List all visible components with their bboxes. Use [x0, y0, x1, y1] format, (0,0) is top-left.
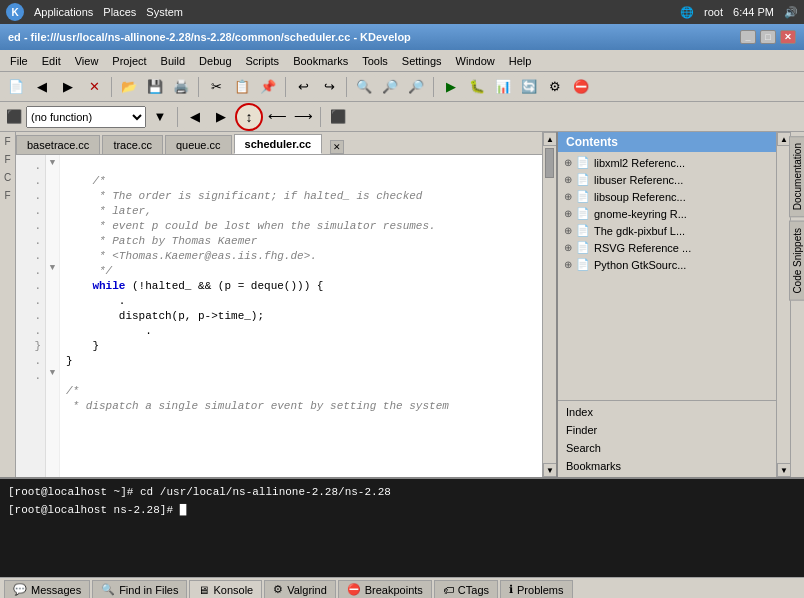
tab-scheduler[interactable]: scheduler.cc: [234, 134, 323, 154]
toolbar2-prev-func-btn[interactable]: ◀: [183, 105, 207, 129]
toolbar2-sync-btn[interactable]: ↕: [235, 103, 263, 131]
toolbar-main: 📄 ◀ ▶ ✕ 📂 💾 🖨️ ✂ 📋 📌 ↩ ↪ 🔍 🔎 🔎 ▶ 🐛 📊 🔄 ⚙…: [0, 72, 804, 102]
menu-scripts[interactable]: Scripts: [240, 53, 286, 69]
menu-file[interactable]: File: [4, 53, 34, 69]
menu-view[interactable]: View: [69, 53, 105, 69]
menu-build[interactable]: Build: [155, 53, 191, 69]
toolbar-zoom-in-btn[interactable]: 🔎: [378, 75, 402, 99]
bottom-tab-ctags[interactable]: 🏷 CTags: [434, 580, 498, 599]
folder-icon-4: 📄: [576, 224, 590, 237]
contents-item-6[interactable]: ⊕ 📄 Python GtkSourc...: [558, 256, 776, 273]
system-bar-right: 🌐 root 6:44 PM 🔊: [680, 6, 798, 19]
applications-menu[interactable]: Applications: [34, 6, 93, 18]
scroll-track[interactable]: [543, 146, 556, 463]
left-gutter: F F C F: [0, 132, 16, 477]
toolbar-copy-btn[interactable]: 📋: [230, 75, 254, 99]
toolbar2-goto-next-btn[interactable]: ⟶: [291, 105, 315, 129]
menu-debug[interactable]: Debug: [193, 53, 237, 69]
menu-help[interactable]: Help: [503, 53, 538, 69]
scroll-thumb[interactable]: [545, 148, 554, 178]
function-selector[interactable]: (no function): [26, 106, 146, 128]
right-panel-nav: Index Finder Search Bookmarks: [558, 400, 776, 477]
tab-close-btn[interactable]: ✕: [330, 140, 344, 154]
folder-icon-1: 📄: [576, 173, 590, 186]
system-bar: K Applications Places System 🌐 root 6:44…: [0, 0, 804, 24]
toolbar-debug-btn[interactable]: 🐛: [465, 75, 489, 99]
bottom-tab-konsole[interactable]: 🖥 Konsole: [189, 580, 262, 599]
scroll-up-btn[interactable]: ▲: [543, 132, 557, 146]
menu-settings[interactable]: Settings: [396, 53, 448, 69]
contents-item-4[interactable]: ⊕ 📄 The gdk-pixbuf L...: [558, 222, 776, 239]
contents-item-2[interactable]: ⊕ 📄 libsoup Referenc...: [558, 188, 776, 205]
bottom-tab-messages[interactable]: 💬 Messages: [4, 580, 90, 599]
contents-list: ⊕ 📄 libxml2 Referenc... ⊕ 📄 libuser Refe…: [558, 152, 776, 400]
contents-label-2: libsoup Referenc...: [594, 191, 686, 203]
menu-bookmarks[interactable]: Bookmarks: [287, 53, 354, 69]
places-menu[interactable]: Places: [103, 6, 136, 18]
nav-search[interactable]: Search: [558, 439, 776, 457]
contents-item-0[interactable]: ⊕ 📄 libxml2 Referenc...: [558, 154, 776, 171]
bottom-tab-valgrind[interactable]: ⚙ Valgrind: [264, 580, 336, 599]
nav-index[interactable]: Index: [558, 403, 776, 421]
toolbar-settings-btn[interactable]: ⚙: [543, 75, 567, 99]
toolbar-profile-btn[interactable]: 📊: [491, 75, 515, 99]
side-tab-documentation[interactable]: Documentation: [789, 136, 804, 217]
bottom-tab-breakpoints[interactable]: ⛔ Breakpoints: [338, 580, 432, 599]
side-tab-snippets[interactable]: Code Snippets: [789, 221, 804, 301]
close-button[interactable]: ✕: [780, 30, 796, 44]
toolbar-run-btn[interactable]: ▶: [439, 75, 463, 99]
nav-finder[interactable]: Finder: [558, 421, 776, 439]
toolbar2-sep2: [320, 107, 321, 127]
contents-label-5: RSVG Reference ...: [594, 242, 691, 254]
system-menu[interactable]: System: [146, 6, 183, 18]
right-panel-scroll: ⊕ 📄 libxml2 Referenc... ⊕ 📄 libuser Refe…: [558, 152, 776, 477]
contents-label-6: Python GtkSourc...: [594, 259, 686, 271]
toolbar-search-btn[interactable]: 🔍: [352, 75, 376, 99]
toolbar2-extra-btn[interactable]: ⬛: [326, 105, 350, 129]
editor-wrapper: basetrace.cc trace.cc queue.cc scheduler…: [16, 132, 542, 477]
menu-tools[interactable]: Tools: [356, 53, 394, 69]
code-editor[interactable]: . . . . . . . . . . . . } . . ▼: [16, 155, 542, 477]
gutter-icon-3: C: [1, 170, 15, 184]
problems-label: Problems: [517, 584, 563, 596]
toolbar-undo-btn[interactable]: ↩: [291, 75, 315, 99]
contents-item-1[interactable]: ⊕ 📄 libuser Referenc...: [558, 171, 776, 188]
toolbar2-next-func-btn[interactable]: ▶: [209, 105, 233, 129]
toolbar-new-btn[interactable]: 📄: [4, 75, 28, 99]
menu-project[interactable]: Project: [106, 53, 152, 69]
toolbar-save-btn[interactable]: 💾: [143, 75, 167, 99]
toolbar-forward-btn[interactable]: ▶: [56, 75, 80, 99]
bottom-tab-find[interactable]: 🔍 Find in Files: [92, 580, 187, 599]
nav-bookmarks[interactable]: Bookmarks: [558, 457, 776, 475]
title-bar: ed - file:///usr/local/ns-allinone-2.28/…: [0, 24, 804, 50]
menu-window[interactable]: Window: [450, 53, 501, 69]
contents-item-3[interactable]: ⊕ 📄 gnome-keyring R...: [558, 205, 776, 222]
tab-queue[interactable]: queue.cc: [165, 135, 232, 154]
toolbar-zoom-out-btn[interactable]: 🔎: [404, 75, 428, 99]
scroll-down-btn[interactable]: ▼: [543, 463, 557, 477]
toolbar2-dropdown-btn[interactable]: ▼: [148, 105, 172, 129]
bottom-tab-problems[interactable]: ℹ Problems: [500, 580, 572, 599]
toolbar-redo-btn[interactable]: ↪: [317, 75, 341, 99]
toolbar2-goto-prev-btn[interactable]: ⟵: [265, 105, 289, 129]
menu-edit[interactable]: Edit: [36, 53, 67, 69]
toolbar-reload-btn[interactable]: 🔄: [517, 75, 541, 99]
toolbar-close-btn[interactable]: ⛔: [569, 75, 593, 99]
right-panel: Contents ⊕ 📄 libxml2 Referenc... ⊕ 📄 lib…: [556, 132, 776, 477]
right-panel-scrollbar: ▲ ▼: [776, 132, 790, 477]
toolbar-print-btn[interactable]: 🖨️: [169, 75, 193, 99]
toolbar-back-btn[interactable]: ◀: [30, 75, 54, 99]
toolbar-cut-btn[interactable]: ✂: [204, 75, 228, 99]
toolbar-paste-btn[interactable]: 📌: [256, 75, 280, 99]
maximize-button[interactable]: □: [760, 30, 776, 44]
code-text[interactable]: /* * The order is significant; if halted…: [60, 155, 542, 477]
minimize-button[interactable]: _: [740, 30, 756, 44]
tab-basetrace[interactable]: basetrace.cc: [16, 135, 100, 154]
right-scroll-down-btn[interactable]: ▼: [777, 463, 791, 477]
terminal-area[interactable]: [root@localhost ~]# cd /usr/local/ns-all…: [0, 477, 804, 577]
gutter-icon-1: F: [1, 134, 15, 148]
toolbar-open-btn[interactable]: 📂: [117, 75, 141, 99]
toolbar-stop-btn[interactable]: ✕: [82, 75, 106, 99]
tab-trace[interactable]: trace.cc: [102, 135, 163, 154]
contents-item-5[interactable]: ⊕ 📄 RSVG Reference ...: [558, 239, 776, 256]
